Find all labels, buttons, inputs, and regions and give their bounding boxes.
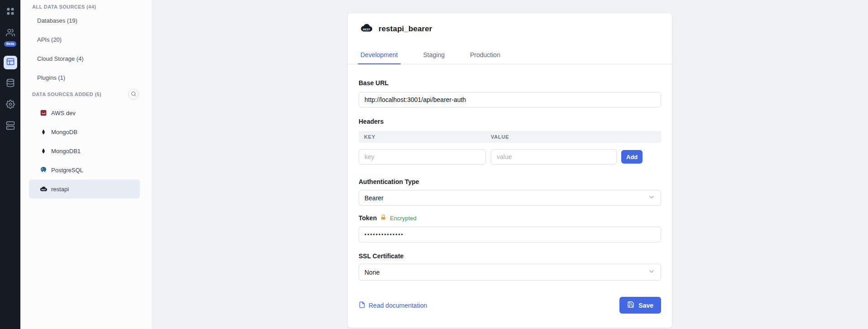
ssl-certificate-value: None: [364, 269, 379, 276]
read-documentation-label: Read documentation: [369, 302, 427, 309]
env-tabs: Development Staging Production: [348, 47, 672, 64]
base-url-input[interactable]: [359, 92, 661, 107]
add-header-button[interactable]: Add: [621, 150, 643, 164]
headers-table-header: KEY VALUE: [359, 131, 661, 143]
sidebar-item-apis[interactable]: APIs (20): [20, 30, 152, 49]
ssl-block: SSL Certificate None: [359, 252, 661, 281]
sidebar-item-postgresql[interactable]: PostgreSQL: [29, 160, 140, 179]
headers-row: Add: [359, 149, 661, 164]
rail-item-settings[interactable]: [4, 98, 17, 112]
datasource-label: MongoDB: [51, 129, 77, 135]
sidebar-item-restapi[interactable]: REST restapi: [29, 179, 140, 198]
auth-type-label: Authentication Type: [359, 178, 661, 185]
section-title-data-sources-added-row: DATA SOURCES ADDED (5): [20, 88, 152, 101]
sidebar-item-aws-dev[interactable]: AWS dev: [29, 103, 140, 122]
users-icon: [6, 28, 15, 39]
datasource-label: MongoDB1: [51, 148, 81, 155]
server-icon: [6, 121, 15, 132]
gear-icon: [6, 100, 15, 111]
headers-block: Headers KEY VALUE Add: [359, 118, 661, 164]
headers-label: Headers: [359, 118, 661, 125]
lock-icon: [380, 214, 386, 222]
sidebar-item-plugins[interactable]: Plugins (1): [20, 68, 152, 87]
key-column-header: KEY: [359, 134, 491, 140]
token-block: Token Encrypted: [359, 214, 661, 242]
encrypted-badge: Encrypted: [390, 215, 417, 222]
auth-type-select[interactable]: Bearer: [359, 190, 661, 206]
token-label: Token: [359, 214, 377, 222]
rail-item-workflows[interactable]: [4, 27, 17, 40]
ssl-certificate-label: SSL Certificate: [359, 252, 661, 260]
datasource-form: Base URL Headers KEY VALUE Add Authe: [348, 64, 672, 281]
page-title: restapi_bearer: [379, 24, 432, 34]
tab-production[interactable]: Production: [467, 47, 503, 64]
rail-item-data-sources[interactable]: [4, 56, 17, 69]
datasource-sidebar: ALL DATA SOURCES (44) Databases (19) API…: [20, 0, 152, 329]
svg-text:REST: REST: [363, 28, 370, 31]
auth-type-value: Bearer: [364, 194, 384, 202]
save-button[interactable]: Save: [619, 297, 661, 314]
sidebar-item-databases[interactable]: Databases (19): [20, 11, 152, 30]
section-title-data-sources-added: DATA SOURCES ADDED (5): [32, 92, 101, 97]
rail-item-apps[interactable]: [4, 5, 17, 19]
aws-icon: [39, 109, 48, 116]
postgresql-icon: [39, 166, 48, 174]
tab-staging[interactable]: Staging: [421, 47, 447, 64]
datasource-label: PostgreSQL: [51, 167, 83, 174]
tab-development[interactable]: Development: [358, 47, 401, 64]
rail-item-database[interactable]: [4, 77, 17, 91]
search-button[interactable]: [128, 89, 139, 100]
save-icon: [627, 301, 634, 310]
token-input[interactable]: [359, 227, 661, 242]
main-content: REST restapi_bearer Development Staging …: [152, 0, 868, 329]
beta-badge: Beta: [4, 41, 16, 47]
base-url-label: Base URL: [359, 79, 661, 87]
datasource-label: AWS dev: [51, 110, 76, 116]
auth-type-block: Authentication Type Bearer: [359, 178, 661, 206]
section-title-all-data-sources: ALL DATA SOURCES (44): [20, 0, 152, 11]
search-icon: [131, 91, 136, 98]
token-label-row: Token Encrypted: [359, 214, 661, 222]
svg-text:REST: REST: [41, 189, 46, 191]
save-button-label: Save: [638, 302, 653, 309]
app-window: Beta: [0, 0, 868, 329]
document-icon: [359, 301, 365, 310]
datasource-label: restapi: [51, 186, 69, 193]
database-icon: [6, 78, 15, 89]
mongodb-leaf-icon: [39, 129, 48, 135]
datasource-panel: REST restapi_bearer Development Staging …: [347, 13, 672, 328]
apps-icon: [6, 7, 15, 18]
sidebar-item-mongodb[interactable]: MongoDB: [29, 122, 140, 141]
panel-header: REST restapi_bearer: [348, 13, 672, 34]
rest-api-cloud-icon: REST: [360, 23, 373, 34]
ssl-certificate-select[interactable]: None: [359, 264, 661, 281]
value-column-header: VALUE: [491, 134, 509, 140]
left-rail: Beta: [0, 0, 20, 329]
added-datasources-list: AWS dev MongoDB MongoDB1: [20, 103, 152, 198]
mongodb-leaf-icon: [39, 148, 48, 155]
chevron-down-icon: [648, 268, 655, 276]
sidebar-item-cloud-storage[interactable]: Cloud Storage (4): [20, 49, 152, 68]
rail-item-workspace[interactable]: [4, 120, 17, 133]
header-value-input[interactable]: [491, 149, 617, 164]
read-documentation-link[interactable]: Read documentation: [359, 301, 427, 310]
rest-api-cloud-icon: REST: [39, 186, 48, 192]
sidebar-item-mongodb1[interactable]: MongoDB1: [29, 141, 140, 160]
chevron-down-icon: [648, 194, 655, 202]
panel-footer: Read documentation Save: [359, 297, 661, 314]
header-key-input[interactable]: [359, 149, 486, 164]
data-sources-icon: [6, 57, 15, 68]
